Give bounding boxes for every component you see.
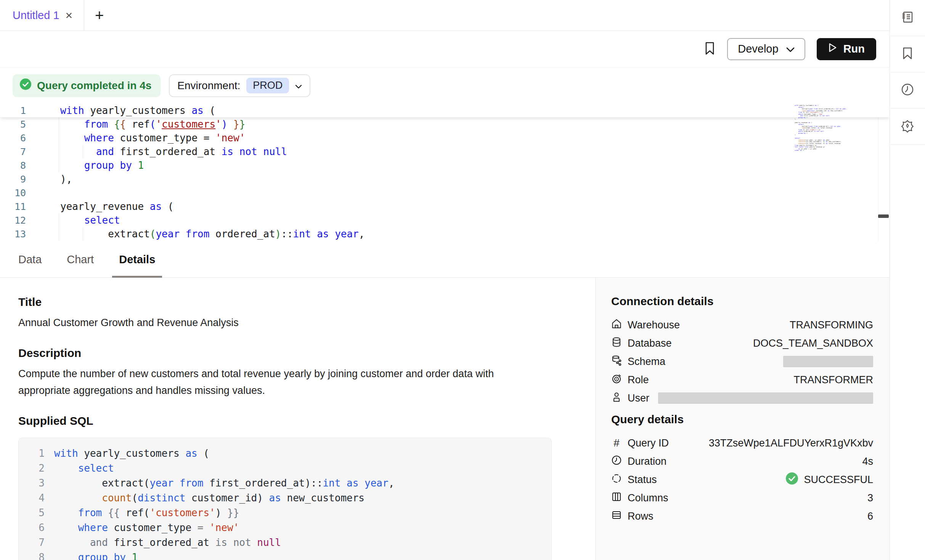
row-label: Columns [628,492,668,504]
check-circle-icon [785,472,799,488]
copilot-panel-button[interactable] [890,109,925,145]
redacted-value [658,392,873,404]
editor-minimap[interactable]: with yearly_customers as ( select extrac… [795,104,850,151]
user-icon [611,392,622,405]
row-label: Role [628,374,649,386]
row-value: TRANSFORMING [790,319,873,331]
rows-icon [611,510,622,523]
status-bar: Query completed in 4s Environment: PROD [0,67,890,104]
database-icon [611,337,622,350]
query-status-text: Query completed in 4s [37,80,151,92]
environment-selector[interactable]: Environment: PROD [169,74,310,97]
editor-code-lines: 1with yearly_customers as (5 from {{ ref… [0,104,890,241]
history-clock-icon [901,83,914,98]
supplied-sql-heading: Supplied SQL [18,414,572,428]
editor-scrollbar-track [878,104,889,242]
bookmark-icon [704,42,716,57]
query-row-status: Status SUCCESSFUL [611,470,873,489]
row-value: 3 [867,492,873,504]
right-icon-rail [890,0,925,560]
tab-details[interactable]: Details [112,242,162,277]
row-value: 33TZseWpe1ALFDUYerxR1gVKxbv [709,437,873,449]
play-icon [828,43,837,55]
row-value: 6 [867,510,873,522]
row-label: Duration [628,456,666,467]
connection-row-database: Database DOCS_TEAM_SANDBOX [611,334,873,352]
sql-editor[interactable]: 1with yearly_customers as (5 from {{ ref… [0,104,890,242]
toolbar: Develop Run [0,31,890,67]
query-row-id: # Query ID 33TZseWpe1ALFDUYerxR1gVKxbv [611,434,873,452]
main-column: Untitled 1 × + Develop Ru [0,0,890,560]
run-label: Run [843,43,865,55]
environment-value-chip: PROD [246,78,289,93]
row-label: Database [628,338,672,349]
query-row-rows: Rows 6 [611,507,873,525]
query-row-columns: Columns 3 [611,489,873,507]
app-root: Untitled 1 × + Develop Ru [0,0,925,560]
details-left-column: Title Annual Customer Growth and Revenue… [0,278,595,560]
row-label: Warehouse [628,319,680,331]
editor-scrollbar-thumb[interactable] [878,214,889,218]
environment-label: Environment: [177,80,240,92]
history-panel-button[interactable] [890,72,925,109]
tab-chart[interactable]: Chart [60,242,101,277]
tab-label: Untitled 1 [13,9,59,22]
connection-row-role: Role TRANSFORMER [611,371,873,389]
bookmark-icon [902,47,913,61]
results-tab-bar: Data Chart Details [0,242,890,278]
bookmarks-panel-button[interactable] [890,36,925,72]
notebook-icon [901,10,914,26]
copilot-sparkle-icon [900,118,915,134]
details-right-column: Connection details Warehouse TRANSFORMIN… [595,278,890,560]
develop-label: Develop [738,43,778,55]
connection-row-schema: Schema [611,352,873,371]
description-heading: Description [18,346,572,360]
row-label: Rows [628,510,654,522]
title-value: Annual Customer Growth and Revenue Analy… [18,314,541,331]
close-icon[interactable]: × [66,9,73,21]
status-value: SUCCESSFUL [785,472,873,488]
tab-data[interactable]: Data [11,242,48,277]
chevron-down-icon [295,80,302,92]
develop-dropdown[interactable]: Develop [727,38,805,60]
row-label: Schema [628,356,665,368]
description-value: Compute the number of new customers and … [18,365,541,399]
run-button[interactable]: Run [817,38,876,60]
title-heading: Title [18,295,572,309]
row-label: User [628,392,649,404]
connection-row-warehouse: Warehouse TRANSFORMING [611,316,873,334]
connection-row-user: User [611,389,873,407]
bookmark-button[interactable] [704,42,716,57]
query-row-duration: Duration 4s [611,452,873,470]
tab-bar: Untitled 1 × + [0,0,890,31]
new-tab-button[interactable]: + [84,0,104,30]
query-details-rows: # Query ID 33TZseWpe1ALFDUYerxR1gVKxbv D… [611,434,873,525]
status-text: SUCCESSFUL [804,474,873,486]
connection-details-rows: Warehouse TRANSFORMING Database DOCS_TEA… [611,316,873,407]
spinner-icon [611,473,622,486]
notebook-panel-button[interactable] [890,0,925,36]
schema-icon [611,355,622,368]
clock-icon [611,455,622,468]
tab-untitled-1[interactable]: Untitled 1 × [0,0,84,30]
role-icon [611,373,622,387]
connection-details-heading: Connection details [611,294,873,308]
details-pane: Title Annual Customer Growth and Revenue… [0,278,890,560]
columns-icon [611,491,622,505]
row-label: Status [628,474,657,486]
row-value: 4s [862,456,873,467]
chevron-down-icon [786,43,795,55]
row-value: DOCS_TEAM_SANDBOX [753,338,873,349]
query-details-heading: Query details [611,413,873,426]
row-value: TRANSFORMER [794,374,874,386]
hash-icon: # [611,437,622,449]
query-status-pill: Query completed in 4s [13,74,161,97]
supplied-sql-code: 1with yearly_customers as (2 select3 ext… [18,438,552,560]
warehouse-icon [611,318,622,332]
check-circle-icon [19,78,32,93]
row-label: Query ID [628,437,669,449]
redacted-value [783,356,873,367]
